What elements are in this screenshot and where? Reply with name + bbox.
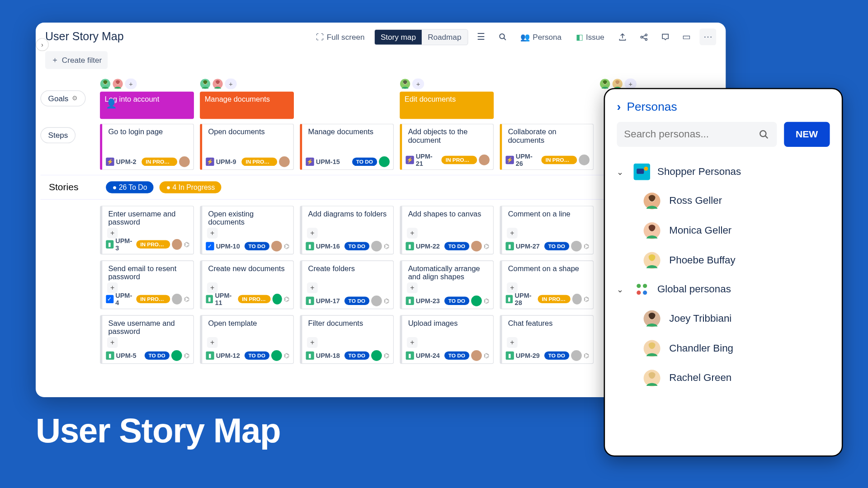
avatar[interactable] bbox=[400, 79, 410, 89]
persona-group[interactable]: ⌄ Shopper Personas bbox=[617, 158, 830, 186]
persona-item[interactable]: Joey Tribbiani bbox=[617, 304, 830, 333]
search-input[interactable] bbox=[624, 128, 758, 140]
hierarchy-icon[interactable]: ⌬ bbox=[384, 352, 390, 359]
add-subtask-icon[interactable]: + bbox=[407, 282, 418, 293]
issue-button[interactable]: ◧ Issue bbox=[571, 30, 609, 43]
share-icon[interactable] bbox=[635, 28, 652, 45]
assignee-avatar[interactable] bbox=[471, 296, 482, 306]
story-card[interactable]: Add shapes to canvas + ▮ UPM-22 TO DO ⌬ bbox=[400, 206, 494, 254]
story-card[interactable]: Chat features + ▮ UPM-29 TO DO ⌬ bbox=[500, 315, 594, 364]
avatar[interactable] bbox=[113, 79, 123, 89]
filter-icon[interactable]: ⚙ bbox=[72, 94, 78, 102]
assignee-avatar[interactable] bbox=[172, 294, 182, 305]
story-card[interactable]: Open template + ▮ UPM-12 TO DO ⌬ bbox=[200, 315, 294, 364]
assignee-avatar[interactable] bbox=[371, 241, 382, 252]
hierarchy-icon[interactable]: ⌬ bbox=[184, 240, 190, 248]
story-card[interactable]: Comment on a shape + ▮ UPM-28 IN PROG… ⌬ bbox=[500, 260, 594, 309]
assignee-avatar[interactable] bbox=[571, 241, 582, 252]
hierarchy-icon[interactable]: ⌬ bbox=[184, 295, 190, 303]
hierarchy-icon[interactable]: ⌬ bbox=[484, 242, 490, 250]
avatar[interactable] bbox=[200, 79, 211, 89]
add-subtask-icon[interactable]: + bbox=[307, 228, 318, 239]
persona-item[interactable]: Ross Geller bbox=[617, 186, 830, 216]
assignee-avatar[interactable] bbox=[371, 296, 382, 306]
hierarchy-icon[interactable]: ⌬ bbox=[384, 242, 390, 250]
avatar[interactable] bbox=[212, 79, 223, 89]
add-subtask-icon[interactable]: + bbox=[407, 337, 418, 348]
assignee-avatar[interactable] bbox=[572, 294, 582, 305]
add-persona-icon[interactable]: + bbox=[125, 79, 137, 89]
goal-card[interactable]: Edit documents bbox=[400, 92, 494, 119]
assignee-avatar[interactable] bbox=[479, 155, 490, 165]
hierarchy-icon[interactable]: ⌬ bbox=[284, 295, 290, 303]
step-card[interactable]: Go to login page ⚡ UPM-2 IN PROG… bbox=[100, 124, 194, 170]
story-card[interactable]: Comment on a line + ▮ UPM-27 TO DO ⌬ bbox=[500, 206, 594, 254]
add-subtask-icon[interactable]: + bbox=[307, 282, 318, 293]
assignee-avatar[interactable] bbox=[271, 241, 282, 252]
fullscreen-button[interactable]: ⛶ Full screen bbox=[311, 30, 369, 43]
story-card[interactable]: Add diagrams to folders + ▮ UPM-16 TO DO… bbox=[300, 206, 394, 254]
hierarchy-icon[interactable]: ⌬ bbox=[584, 352, 590, 359]
story-card[interactable]: Open existing documents + ✓ UPM-10 TO DO… bbox=[200, 206, 294, 254]
more-icon[interactable]: ⋯ bbox=[699, 28, 716, 45]
add-subtask-icon[interactable]: + bbox=[307, 337, 318, 348]
comment-icon[interactable] bbox=[657, 28, 674, 45]
assignee-avatar[interactable] bbox=[471, 350, 482, 361]
add-subtask-icon[interactable]: + bbox=[107, 337, 118, 348]
hierarchy-icon[interactable]: ⌬ bbox=[384, 297, 390, 305]
todo-chip[interactable]: ● 26 To Do bbox=[106, 181, 154, 193]
add-subtask-icon[interactable]: + bbox=[507, 228, 518, 239]
hierarchy-icon[interactable]: ⌬ bbox=[284, 352, 290, 359]
step-card[interactable]: Manage documents ⚡ UPM-15 TO DO bbox=[300, 124, 394, 170]
search-personas-field[interactable] bbox=[617, 122, 777, 147]
create-filter-button[interactable]: ＋ Create filter bbox=[45, 51, 108, 69]
tab-roadmap[interactable]: Roadmap bbox=[422, 29, 467, 44]
add-subtask-icon[interactable]: + bbox=[207, 228, 218, 239]
new-persona-button[interactable]: NEW bbox=[784, 122, 830, 147]
assignee-avatar[interactable] bbox=[271, 350, 282, 361]
hierarchy-icon[interactable]: ⌬ bbox=[484, 297, 490, 305]
tab-story-map[interactable]: Story map bbox=[375, 29, 422, 44]
story-card[interactable]: Automatically arrange and align shapes +… bbox=[400, 260, 494, 309]
story-card[interactable]: Send email to resent password + ✓ UPM-4 … bbox=[100, 260, 194, 309]
step-card[interactable]: Add objects to the document ⚡ UPM-21 IN … bbox=[400, 124, 494, 170]
persona-item[interactable]: Monica Geller bbox=[617, 216, 830, 246]
chevron-right-icon[interactable]: › bbox=[617, 100, 621, 113]
persona-item[interactable]: Phoebe Buffay bbox=[617, 245, 830, 275]
story-card[interactable]: Create new documents + ▮ UPM-11 IN PROG…… bbox=[200, 260, 294, 309]
assignee-avatar[interactable] bbox=[471, 241, 482, 252]
hierarchy-icon[interactable]: ⌬ bbox=[284, 242, 290, 250]
assignee-avatar[interactable] bbox=[179, 156, 190, 167]
persona-item[interactable]: Rachel Green bbox=[617, 363, 830, 393]
assignee-avatar[interactable] bbox=[371, 350, 382, 361]
list-view-icon[interactable]: ☰ bbox=[472, 28, 489, 45]
avatar[interactable] bbox=[599, 79, 610, 89]
assignee-avatar[interactable] bbox=[273, 294, 282, 305]
story-card[interactable]: Upload images + ▮ UPM-24 TO DO ⌬ bbox=[400, 315, 494, 364]
goal-card[interactable]: Manage documents bbox=[200, 92, 294, 119]
persona-group[interactable]: ⌄ Global personas bbox=[617, 275, 830, 304]
expand-sidebar-handle[interactable]: › bbox=[36, 38, 49, 51]
hierarchy-icon[interactable]: ⌬ bbox=[584, 295, 590, 303]
add-subtask-icon[interactable]: + bbox=[507, 337, 518, 348]
window-icon[interactable]: ▭ bbox=[678, 28, 695, 45]
add-persona-icon[interactable]: + bbox=[412, 79, 424, 89]
persona-header-icon[interactable]: 👤 bbox=[106, 98, 117, 108]
story-card[interactable]: Save username and password + ▮ UPM-5 TO … bbox=[100, 315, 194, 364]
hierarchy-icon[interactable]: ⌬ bbox=[584, 242, 590, 250]
search-icon[interactable] bbox=[494, 28, 511, 45]
story-card[interactable]: Enter username and password + ▮ UPM-3 IN… bbox=[100, 206, 194, 254]
add-subtask-icon[interactable]: + bbox=[407, 228, 418, 239]
assignee-avatar[interactable] bbox=[172, 239, 182, 250]
assignee-avatar[interactable] bbox=[279, 156, 290, 167]
assignee-avatar[interactable] bbox=[171, 350, 182, 361]
avatar[interactable] bbox=[100, 79, 111, 89]
add-subtask-icon[interactable]: + bbox=[207, 337, 218, 348]
assignee-avatar[interactable] bbox=[571, 350, 582, 361]
export-icon[interactable] bbox=[614, 28, 631, 45]
inprogress-chip[interactable]: ● 4 In Progress bbox=[160, 181, 222, 193]
step-card[interactable]: Collaborate on documents ⚡ UPM-26 IN PRO… bbox=[500, 124, 594, 170]
persona-button[interactable]: 👥 Persona bbox=[515, 30, 566, 43]
story-card[interactable]: Filter documents + ▮ UPM-18 TO DO ⌬ bbox=[300, 315, 394, 364]
story-card[interactable]: Create folders + ▮ UPM-17 TO DO ⌬ bbox=[300, 260, 394, 309]
